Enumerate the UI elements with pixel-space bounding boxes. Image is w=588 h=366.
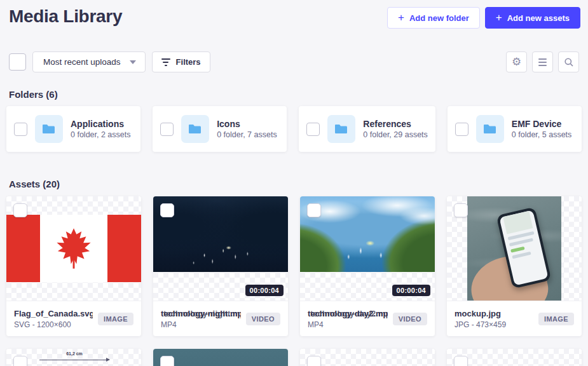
asset-thumbnail: 00:00:04: [153, 196, 288, 301]
folder-checkbox[interactable]: [306, 123, 320, 136]
add-new-folder-label: Add new folder: [409, 13, 469, 23]
asset-card-partial-4[interactable]: [447, 349, 582, 366]
video-duration-badge: 00:00:04: [245, 285, 284, 296]
folder-meta: 0 folder, 5 assets: [512, 130, 572, 139]
asset-checkbox[interactable]: [307, 356, 321, 366]
asset-checkbox[interactable]: [454, 356, 468, 366]
list-icon: [538, 58, 547, 66]
toolbar-right: ⚙: [506, 51, 579, 72]
page-header: Media Library + Add new folder + Add new…: [6, 5, 582, 29]
list-view-button[interactable]: [532, 51, 553, 72]
plus-icon: +: [398, 12, 404, 23]
folder-card-emf-device[interactable]: EMF Device 0 folder, 5 assets: [448, 106, 582, 152]
folder-card-references[interactable]: References 0 folder, 29 assets: [299, 106, 435, 152]
filters-button[interactable]: Filters: [152, 51, 210, 72]
filter-icon: [161, 58, 170, 66]
maple-leaf-icon: [51, 226, 97, 271]
asset-card-diagram[interactable]: 61,2 cm: [6, 349, 141, 366]
settings-button[interactable]: ⚙: [506, 51, 527, 72]
asset-thumbnail: [153, 349, 288, 366]
asset-card-flag[interactable]: Flag_of_Canada.svg SVG - 1200×600 IMAGE: [6, 196, 141, 336]
folder-card-applications[interactable]: Applications 0 folder, 2 assets: [6, 106, 140, 152]
search-icon: [564, 57, 574, 67]
folder-meta: 0 folder, 7 assets: [217, 130, 277, 139]
folder-checkbox[interactable]: [160, 123, 174, 136]
dimension-annotation: 61,2 cm: [39, 351, 109, 356]
asset-card-partial-3[interactable]: [300, 349, 435, 366]
asset-title: mockup.jpg: [455, 309, 501, 318]
header-actions: + Add new folder + Add new assets: [387, 7, 580, 29]
folder-icon: [482, 121, 498, 137]
asset-type-badge: IMAGE: [538, 313, 574, 325]
folder-name: EMF Device: [512, 119, 572, 129]
asset-title-ghost: technology-night.mp4: [163, 309, 241, 318]
asset-thumbnail: 61,2 cm: [6, 349, 141, 366]
dimension-arrow: [39, 360, 109, 360]
folder-card-icons[interactable]: Icons 0 folder, 7 assets: [153, 106, 287, 152]
asset-card-video-day[interactable]: 00:00:04 technology-day2.mp4 technology-…: [300, 196, 435, 336]
asset-thumbnail: [6, 196, 141, 301]
chevron-down-icon: [130, 60, 136, 64]
asset-checkbox[interactable]: [307, 203, 321, 217]
folder-name: References: [363, 119, 427, 129]
asset-card-ocean[interactable]: [153, 349, 288, 366]
sort-dropdown-value: Most recent uploads: [43, 57, 121, 67]
phone-mockup-image: [467, 196, 561, 301]
add-new-assets-label: Add new assets: [507, 13, 570, 23]
plus-icon: +: [496, 12, 502, 23]
folder-icon: [334, 121, 349, 137]
filters-label: Filters: [176, 57, 201, 67]
folder-icon: [188, 121, 203, 137]
asset-checkbox[interactable]: [13, 356, 27, 366]
asset-title-ghost: technology-day2.mp4: [310, 309, 388, 318]
asset-thumbnail: [300, 349, 435, 366]
toolbar: Most recent uploads Filters ⚙: [6, 51, 582, 72]
folder-checkbox[interactable]: [14, 123, 27, 136]
canada-flag-image: [6, 215, 141, 282]
media-library-page: Media Library + Add new folder + Add new…: [0, 0, 588, 366]
assets-heading: Assets (20): [6, 179, 582, 189]
folder-icon: [41, 121, 57, 137]
toolbar-left: Most recent uploads Filters: [9, 51, 210, 72]
asset-type-badge: IMAGE: [98, 313, 133, 325]
asset-type-badge: VIDEO: [393, 313, 427, 325]
asset-checkbox[interactable]: [454, 203, 468, 217]
asset-checkbox[interactable]: [160, 356, 174, 366]
search-button[interactable]: [558, 51, 579, 72]
asset-meta: MP4: [308, 320, 388, 329]
asset-card-mockup[interactable]: mockup.jpg JPG - 473×459 IMAGE: [447, 196, 582, 336]
add-new-assets-button[interactable]: + Add new assets: [485, 7, 580, 29]
asset-checkbox[interactable]: [13, 203, 27, 217]
folder-checkbox[interactable]: [455, 123, 468, 136]
asset-title: Flag_of_Canada.svg: [14, 309, 93, 318]
video-duration-badge: 00:00:04: [392, 285, 430, 296]
add-new-folder-button[interactable]: + Add new folder: [387, 7, 480, 29]
asset-thumbnail: [447, 349, 582, 366]
asset-meta: JPG - 473×459: [455, 320, 506, 329]
folder-name: Applications: [71, 119, 131, 129]
page-title: Media Library: [9, 6, 122, 27]
asset-meta: SVG - 1200×600: [14, 320, 93, 329]
sort-dropdown[interactable]: Most recent uploads: [32, 51, 146, 72]
assets-grid-row-2: 61,2 cm: [6, 349, 582, 366]
asset-meta: MP4: [161, 320, 241, 329]
folders-heading: Folders (6): [6, 89, 582, 100]
select-all-checkbox[interactable]: [9, 53, 26, 71]
asset-thumbnail: 00:00:04: [300, 196, 435, 301]
asset-checkbox[interactable]: [160, 203, 174, 217]
folder-meta: 0 folder, 2 assets: [71, 130, 131, 139]
folder-name: Icons: [217, 119, 277, 129]
asset-card-video-night[interactable]: 00:00:04 technology-night.mp4 technology…: [153, 196, 288, 336]
asset-thumbnail: [447, 196, 582, 301]
folders-grid: Applications 0 folder, 2 assets Icons 0 …: [6, 106, 582, 152]
folder-meta: 0 folder, 29 assets: [363, 130, 427, 139]
assets-grid: Flag_of_Canada.svg SVG - 1200×600 IMAGE …: [6, 196, 582, 336]
asset-type-badge: VIDEO: [246, 313, 280, 325]
gear-icon: ⚙: [512, 57, 521, 67]
